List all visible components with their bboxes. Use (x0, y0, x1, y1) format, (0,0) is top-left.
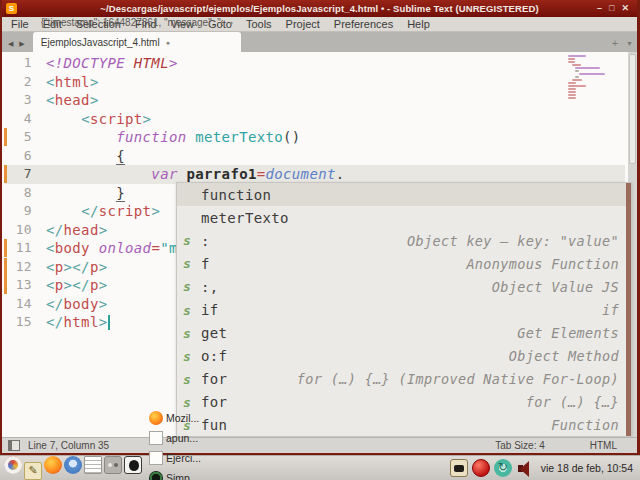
desktop: S ~/Descargas/javascript/ejemplos/Ejempl… (0, 0, 640, 480)
autocomplete-list: functionmeterTextos:Object key — key: "v… (177, 183, 631, 437)
code-line[interactable]: <!DOCTYPE HTML> (46, 54, 345, 73)
completion-term: function (201, 187, 271, 203)
line-number: 9 (2, 202, 36, 221)
completion-kind: s (183, 279, 201, 294)
firefox-icon[interactable] (44, 456, 62, 474)
completion-hint: if (602, 302, 619, 318)
sidebar-toggle-icon[interactable] (8, 440, 20, 451)
window-button-label: apun... (166, 432, 198, 444)
code-line[interactable]: <html> (46, 73, 345, 92)
editor-area[interactable]: 123456789101112131415 <!DOCTYPE HTML><ht… (2, 52, 637, 437)
chromium-icon[interactable] (64, 456, 82, 474)
tab-1[interactable]: {"timestamp": 1644827861, "message": "su… (33, 12, 241, 32)
code-line[interactable]: var parrafo1=document. (46, 165, 345, 184)
autocomplete-item[interactable]: s:Object key — key: "value" (177, 229, 631, 252)
new-tab-icon[interactable]: + (612, 37, 618, 49)
syntax-indicator[interactable]: HTML (590, 440, 617, 451)
completion-kind: s (183, 326, 201, 341)
completion-hint: for (…) {…} (Improved Native For-Loop) (297, 371, 619, 387)
editor-scrollbar-thumb[interactable] (629, 54, 636, 164)
autocomplete-item[interactable]: sfAnonymous Function (177, 252, 631, 275)
tab-next-icon[interactable]: ▶ (19, 40, 26, 47)
completion-hint: Get Elements (517, 325, 619, 341)
window-button-label: Ejerci... (166, 452, 201, 464)
window-button[interactable]: Ejerci... (144, 448, 205, 468)
document-icon (149, 431, 163, 445)
media-player-icon[interactable] (104, 456, 122, 474)
menu-project[interactable]: Project (279, 17, 327, 31)
autocomplete-item[interactable]: sforfor (…) {…} (Improved Native For-Loo… (177, 368, 631, 391)
minimap-line (568, 55, 586, 57)
close-button[interactable]: ✕ (621, 0, 629, 17)
text-editor-icon[interactable] (24, 462, 42, 480)
line-number: 1 (2, 54, 36, 73)
taskbar: Mozil...apun...Ejerci...Simp...S~/De...i… (0, 455, 640, 480)
completion-term: get (201, 325, 227, 341)
tab-prev-icon[interactable]: ◀ (8, 40, 15, 47)
autocomplete-item[interactable]: sfunFunction (177, 414, 631, 437)
status-bar: Line 7, Column 35 Tab Size: 4 HTML (2, 437, 637, 453)
system-tray (449, 459, 535, 477)
minimap-line (568, 58, 575, 60)
menu-file[interactable]: File (4, 17, 36, 31)
tab-bar: ◀ ▶ {"timestamp": 1644827861, "message":… (2, 32, 637, 52)
code-line[interactable]: <script> (46, 110, 345, 129)
line-number: 11 (2, 239, 36, 258)
window-button[interactable]: apun... (144, 428, 205, 448)
line-number: 6 (2, 147, 36, 166)
minimap-line (575, 67, 600, 69)
tab-overflow-icon[interactable]: ▼ (626, 40, 633, 47)
menu-help[interactable]: Help (400, 17, 437, 31)
completion-hint: Function (551, 417, 619, 433)
minimize-button[interactable]: – (597, 0, 602, 17)
sublime-text-window: S ~/Descargas/javascript/ejemplos/Ejempl… (0, 0, 640, 455)
autocomplete-item[interactable]: meterTexto (177, 206, 631, 229)
minimap-line (568, 94, 576, 96)
menu-tools[interactable]: Tools (239, 17, 279, 31)
autocomplete-item[interactable]: sgetGet Elements (177, 322, 631, 345)
minimap[interactable] (568, 55, 612, 100)
completion-hint: Object Method (509, 348, 619, 364)
completion-term: : (201, 233, 210, 249)
line-number: 7 (2, 165, 36, 184)
tab-size-indicator[interactable]: Tab Size: 4 (495, 440, 544, 451)
taskbar-clock: vie 18 de feb, 10:54 (541, 462, 633, 474)
completion-term: meterTexto (201, 210, 289, 226)
minimap-line (568, 88, 576, 90)
text-caret (108, 315, 110, 330)
colorful-app-icon[interactable] (4, 456, 22, 474)
window-button[interactable]: Simp... (144, 468, 205, 480)
minimap-line (568, 61, 575, 63)
autocomplete-item[interactable]: function (177, 183, 631, 206)
image-viewer-icon[interactable] (124, 456, 142, 474)
update-icon[interactable] (494, 459, 512, 477)
completion-kind: s (183, 349, 201, 364)
cursor-position: Line 7, Column 35 (28, 440, 109, 451)
menu-preferences[interactable]: Preferences (327, 17, 400, 31)
completion-kind: s (183, 256, 201, 271)
autocomplete-item[interactable]: sifif (177, 298, 631, 321)
completion-term: f (201, 256, 210, 272)
volume-icon[interactable] (516, 459, 534, 477)
popup-scrollbar[interactable] (626, 183, 631, 436)
tab-2[interactable]: EjemplosJavascript_4.html● (33, 32, 241, 52)
screenshot-icon[interactable] (450, 459, 468, 477)
completion-term: for (201, 371, 227, 387)
autocomplete-item[interactable]: so:fObject Method (177, 345, 631, 368)
code-line[interactable]: <head> (46, 91, 345, 110)
completion-hint: Object key — key: "value" (407, 233, 619, 249)
window-controls: – □ ✕ (597, 0, 637, 17)
code-line[interactable]: function meterTexto() (46, 128, 345, 147)
minimap-line (568, 97, 576, 99)
record-icon[interactable] (472, 459, 490, 477)
tab-nav-arrows[interactable]: ◀ ▶ (2, 40, 33, 52)
documents-icon[interactable] (84, 456, 102, 474)
window-button[interactable]: Mozil... (144, 408, 205, 428)
autocomplete-item[interactable]: s:,Object Value JS (177, 275, 631, 298)
minimap-line (572, 64, 582, 66)
completion-hint: Anonymous Function (466, 256, 619, 272)
autocomplete-item[interactable]: sforfor (…) {…} (177, 391, 631, 414)
autocomplete-popup: functionmeterTextos:Object key — key: "v… (176, 182, 632, 437)
code-line[interactable]: { (46, 147, 345, 166)
maximize-button[interactable]: □ (609, 0, 614, 17)
